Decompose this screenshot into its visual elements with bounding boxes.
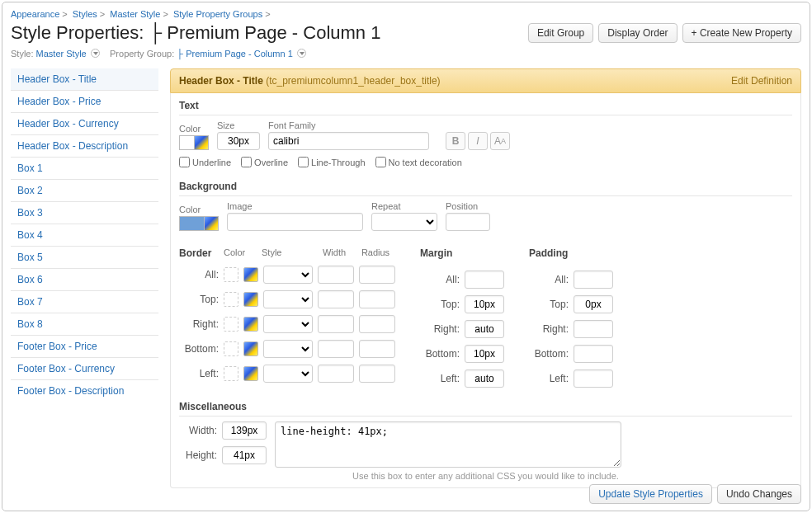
sidebar-item[interactable]: Box 6: [11, 269, 158, 291]
sidebar-item[interactable]: Box 3: [11, 202, 158, 224]
edit-definition-link[interactable]: Edit Definition: [731, 75, 792, 87]
row-label: Bottom:: [529, 348, 569, 360]
sidebar-item[interactable]: Header Box - Price: [11, 91, 158, 113]
padding-all-input[interactable]: [574, 271, 613, 289]
width-input[interactable]: [222, 421, 267, 440]
color-picker-icon[interactable]: [243, 341, 258, 356]
line-through-checkbox[interactable]: Line-Through: [298, 157, 365, 167]
bg-image-input[interactable]: [227, 213, 363, 231]
color-picker-icon[interactable]: [204, 216, 219, 231]
no-decoration-checkbox[interactable]: No text decoration: [375, 157, 462, 167]
border-width-input[interactable]: [318, 315, 354, 333]
crumb[interactable]: Styles: [73, 9, 97, 19]
border-color-swatch[interactable]: [224, 341, 238, 356]
border-color-swatch[interactable]: [224, 292, 238, 307]
border-width-input[interactable]: [318, 340, 354, 358]
sidebar-item[interactable]: Footer Box - Description: [11, 380, 158, 402]
sidebar-item[interactable]: Box 1: [11, 158, 158, 180]
border-color-label: Color: [224, 247, 257, 259]
group-dropdown[interactable]: ├ Premium Page - Column 1: [177, 49, 306, 59]
border-radius-input[interactable]: [359, 315, 395, 333]
crumb[interactable]: Master Style: [110, 9, 160, 19]
text-color-swatch[interactable]: [179, 135, 194, 150]
color-picker-icon[interactable]: [243, 267, 258, 282]
border-width-input[interactable]: [318, 266, 354, 284]
bg-image-label: Image: [227, 201, 363, 211]
text-size-input[interactable]: [217, 132, 260, 150]
update-button[interactable]: Update Style Properties: [589, 484, 712, 504]
margin-right-input[interactable]: [465, 320, 504, 338]
undo-button[interactable]: Undo Changes: [717, 484, 801, 504]
border-width-input[interactable]: [318, 365, 354, 383]
row-label: Top:: [179, 294, 219, 305]
border-width-input[interactable]: [318, 290, 354, 308]
height-label: Height:: [179, 449, 217, 461]
color-picker-icon[interactable]: [243, 317, 258, 332]
border-radius-input[interactable]: [359, 290, 395, 308]
page-title: Style Properties: ├ Premium Page - Colum…: [11, 22, 380, 44]
overline-checkbox[interactable]: Overline: [241, 157, 288, 167]
crumb[interactable]: Style Property Groups: [173, 9, 262, 19]
sidebar-item[interactable]: Box 8: [11, 313, 158, 336]
sidebar-item[interactable]: Footer Box - Currency: [11, 358, 158, 380]
color-picker-icon[interactable]: [243, 292, 258, 307]
underline-checkbox[interactable]: Underline: [179, 157, 231, 167]
margin-bottom-input[interactable]: [465, 345, 504, 363]
padding-bottom-input[interactable]: [574, 345, 613, 363]
margin-left-input[interactable]: [465, 369, 504, 388]
border-radius-input[interactable]: [359, 340, 395, 358]
create-property-button[interactable]: + Create New Property: [682, 23, 801, 43]
row-label: Right:: [179, 318, 219, 330]
height-input[interactable]: [222, 446, 267, 464]
extra-css-textarea[interactable]: [275, 421, 621, 468]
sidebar-item[interactable]: Footer Box - Price: [11, 336, 158, 358]
bold-icon[interactable]: B: [446, 132, 465, 150]
border-style-select[interactable]: [263, 266, 313, 284]
border-style-select[interactable]: [263, 340, 313, 358]
group-label: Property Group:: [110, 49, 174, 59]
smallcaps-icon[interactable]: AA: [490, 132, 510, 150]
display-order-button[interactable]: Display Order: [598, 23, 677, 43]
property-header: Header Box - Title (tc_premiumcolumn1_he…: [170, 68, 801, 93]
row-label: All:: [179, 269, 219, 280]
border-radius-input[interactable]: [359, 266, 395, 284]
margin-all-input[interactable]: [465, 271, 504, 289]
font-family-input[interactable]: [268, 132, 429, 150]
sidebar: Header Box - Title Header Box - Price He…: [11, 68, 158, 488]
sidebar-item[interactable]: Box 2: [11, 180, 158, 202]
bg-color-swatch[interactable]: [179, 216, 204, 231]
bg-repeat-select[interactable]: [371, 213, 437, 231]
style-dropdown[interactable]: Master Style: [36, 49, 100, 59]
border-color-swatch[interactable]: [224, 366, 238, 381]
row-label: Left:: [179, 368, 219, 379]
italic-icon[interactable]: I: [468, 132, 488, 150]
padding-left-input[interactable]: [574, 369, 613, 388]
border-style-select[interactable]: [263, 290, 313, 308]
border-style-select[interactable]: [263, 315, 313, 333]
color-picker-icon[interactable]: [194, 135, 209, 150]
color-picker-icon[interactable]: [243, 366, 258, 381]
sidebar-item[interactable]: Header Box - Currency: [11, 113, 158, 135]
row-label: All:: [420, 274, 460, 285]
row-label: Right:: [529, 323, 569, 335]
sidebar-item[interactable]: Box 7: [11, 291, 158, 313]
sidebar-item[interactable]: Box 4: [11, 224, 158, 247]
border-radius-input[interactable]: [359, 365, 395, 383]
sidebar-item[interactable]: Header Box - Description: [11, 135, 158, 158]
border-style-select[interactable]: [263, 365, 313, 383]
misc-section-title: Miscellaneous: [179, 401, 792, 412]
bg-position-input[interactable]: [446, 213, 490, 231]
padding-top-input[interactable]: [574, 295, 613, 313]
row-label: Right:: [420, 323, 460, 335]
border-color-swatch[interactable]: [224, 317, 238, 332]
edit-group-button[interactable]: Edit Group: [528, 23, 593, 43]
sidebar-item[interactable]: Box 5: [11, 247, 158, 269]
sub-bar: Style: Master Style Property Group: ├ Pr…: [11, 49, 801, 59]
crumb[interactable]: Appearance: [11, 9, 59, 19]
bg-color-label: Color: [179, 205, 219, 214]
sidebar-item[interactable]: Header Box - Title: [11, 68, 158, 91]
margin-top-input[interactable]: [465, 295, 504, 313]
border-color-swatch[interactable]: [224, 267, 238, 282]
border-section-title: Border: [179, 247, 219, 259]
padding-right-input[interactable]: [574, 320, 613, 338]
